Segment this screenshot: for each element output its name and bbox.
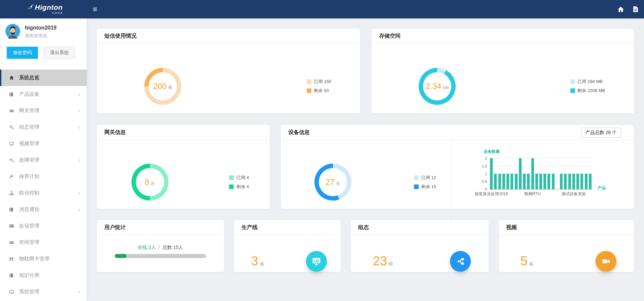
bar [523, 174, 526, 189]
sidebar-item-短信管理[interactable]: 短信管理 [0, 218, 87, 234]
sidebar-item-知识分类[interactable]: 知识分类 [0, 267, 87, 284]
envelope-icon [8, 224, 15, 228]
sidebar-item-label: 组态管理 [19, 124, 39, 130]
logout-button[interactable]: 退出系统 [44, 47, 75, 59]
user-stats-card: 用户统计 在线:2人/总数:15人 [97, 220, 224, 272]
card-title: 设备信息 [288, 129, 310, 136]
book-icon [8, 92, 15, 97]
sidebar-item-联动控制[interactable]: 联动控制‹ [0, 185, 87, 201]
video-card: 视频 5 条 [499, 220, 634, 272]
brand-subtitle: 华辰智通 [35, 11, 63, 15]
gateway-donut-chart: 8 台 [131, 164, 168, 201]
book-icon [8, 207, 15, 212]
chevron-icon: ‹ [78, 190, 80, 197]
bar [572, 174, 575, 189]
bar [580, 174, 583, 189]
chevron-icon: ‹ [78, 206, 80, 213]
y-tick-label: 0.5 [482, 179, 487, 183]
sidebar-item-故障管理[interactable]: 故障管理‹ [0, 152, 87, 168]
gears-icon [8, 158, 15, 163]
device-card: 设备信息 产品总数 26 个 27 台 已用 12剩余 15 设备数量 00.5… [281, 125, 634, 209]
card-title: 视频 [506, 224, 517, 231]
device-count-bar-chart: 设备数量 00.511.52验室废水处理2019数网RTU测试设备龙岗产品 [451, 140, 634, 224]
sidebar-item-系统总览[interactable]: 系统总览 [0, 70, 87, 86]
bar [585, 174, 588, 189]
monitor-icon [8, 141, 15, 146]
sitemap-icon [8, 191, 15, 196]
sms-donut-chart: 200 条 [144, 68, 181, 105]
video-count: 5 [520, 254, 527, 268]
main-content: 短信使用情况 200 条 已用 150剩余 50 存储空间 2.34 GB [87, 18, 644, 272]
storage-total: 2.34 [426, 82, 442, 91]
gateway-card: 网关信息 8 台 已用 4剩余 4 [97, 125, 270, 209]
device-legend: 已用 12剩余 15 [414, 175, 436, 190]
chevron-icon: ‹ [78, 108, 80, 114]
sidebar-item-系统管理[interactable]: 系统管理‹ [0, 284, 87, 300]
sidebar-item-消息通知[interactable]: 消息通知‹ [0, 201, 87, 218]
scada-card: 组态 23 组 [351, 220, 489, 272]
user-name: hignton2019 [25, 25, 56, 31]
sidebar-item-label: 空间管理 [19, 239, 39, 246]
sidebar: hignton2019 系统管理员 修改密码 退出系统 系统总览产品设备‹网关管… [0, 18, 87, 301]
bar [552, 174, 555, 189]
device-donut-chart: 27 台 [314, 164, 351, 201]
bar-chart-y-axis-title: 设备数量 [484, 149, 500, 155]
bar [510, 174, 513, 189]
chevron-icon: ‹ [78, 124, 80, 131]
sidebar-item-label: 知识分类 [19, 272, 39, 278]
book-icon [8, 273, 15, 278]
sidebar-item-保养计划[interactable]: 保养计划 [0, 168, 87, 185]
change-password-button[interactable]: 修改密码 [7, 47, 38, 59]
storage-legend: 已用 194 MB剩余 2206 MB [570, 79, 605, 94]
sidebar-item-视频管理[interactable]: 视频管理 [0, 135, 87, 152]
sidebar-item-产品设备[interactable]: 产品设备‹ [0, 86, 87, 102]
scada-count: 23 [373, 254, 387, 268]
x-tick-label: 数网RTU [524, 191, 540, 197]
card-title: 组态 [358, 224, 369, 231]
y-tick-label: 1 [485, 172, 487, 176]
legend-item: 剩余 2206 MB [570, 88, 605, 94]
device-total: 27 [326, 177, 335, 187]
chevron-icon: ‹ [78, 157, 80, 164]
sms-legend: 已用 150剩余 50 [307, 79, 331, 94]
y-tick-label: 0 [485, 187, 487, 191]
monitor-icon [8, 290, 15, 294]
sidebar-item-label: 联动控制 [19, 190, 39, 196]
hdd-icon [8, 240, 15, 245]
y-tick-label: 1.5 [482, 164, 487, 168]
hdd-icon [8, 109, 15, 113]
legend-item: 已用 4 [229, 175, 249, 181]
bar [560, 174, 563, 189]
bar [535, 174, 538, 189]
product-total-button[interactable]: 产品总数 26 个 [581, 128, 621, 138]
sidebar-item-空间管理[interactable]: 空间管理 [0, 234, 87, 251]
sidebar-item-label: 系统总览 [19, 75, 39, 81]
bar [506, 174, 509, 189]
brand-logo[interactable]: Hignton 华辰智通 [0, 0, 87, 18]
x-tick-label: 验室废水处理2019 [475, 191, 508, 197]
home-icon[interactable] [618, 7, 624, 12]
bar-chart-x-axis-title: 产品 [598, 185, 606, 191]
legend-item: 剩余 15 [414, 184, 436, 190]
sidebar-item-label: 物联网卡管理 [19, 256, 49, 262]
sidebar-item-label: 视频管理 [19, 140, 39, 147]
home-icon [8, 75, 15, 80]
flowchart-icon [450, 251, 471, 272]
sms-total: 200 [153, 82, 166, 91]
bar [502, 174, 505, 189]
sidebar-item-组态管理[interactable]: 组态管理‹ [0, 119, 87, 135]
bar [589, 174, 592, 189]
hamburger-menu-icon[interactable]: ≡ [93, 6, 97, 13]
legend-item: 已用 194 MB [570, 79, 605, 85]
legend-item: 已用 12 [414, 175, 436, 181]
antelope-logo-icon [24, 4, 34, 15]
sidebar-item-物联网卡管理[interactable]: 物联网卡管理 [0, 251, 87, 267]
sidebar-item-label: 系统管理 [19, 289, 39, 295]
bar [576, 174, 579, 189]
legend-item: 已用 150 [307, 79, 331, 85]
sidebar-item-label: 故障管理 [19, 157, 39, 163]
document-icon[interactable] [633, 6, 638, 12]
chevron-icon: ‹ [78, 91, 80, 98]
production-line-count: 3 [251, 254, 258, 268]
sidebar-item-网关管理[interactable]: 网关管理‹ [0, 102, 87, 119]
